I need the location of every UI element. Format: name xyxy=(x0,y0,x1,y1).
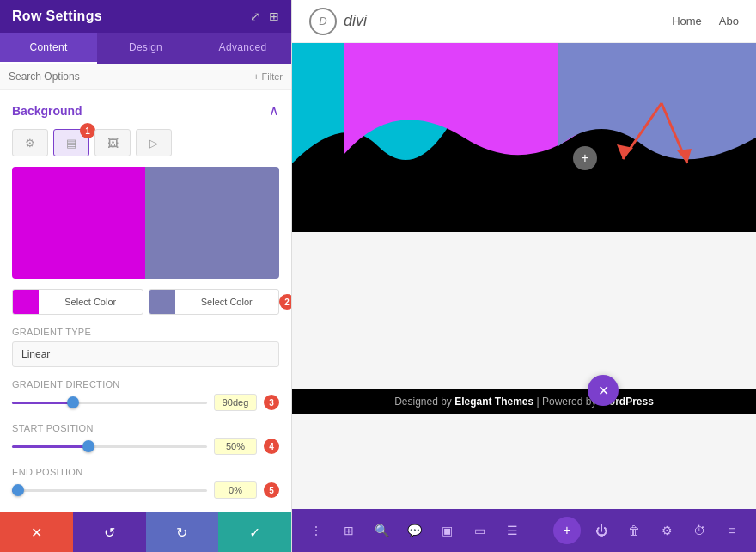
close-overlay-button[interactable]: ✕ xyxy=(588,375,619,406)
tab-content[interactable]: Content xyxy=(0,33,97,64)
footer-elegant: Elegant Themes xyxy=(454,396,533,408)
badge-5: 5 xyxy=(264,482,279,498)
color-selector-2[interactable]: Select Color xyxy=(149,289,280,315)
color-icon: ⚙ xyxy=(25,137,35,150)
color-label-1: Select Color xyxy=(39,297,143,307)
filter-button[interactable]: + Filter xyxy=(253,71,283,82)
toolbar-chat-icon[interactable]: 💬 xyxy=(399,515,430,546)
toolbar-timer-icon[interactable]: ⏱ xyxy=(684,515,715,546)
logo-letter: D xyxy=(319,15,326,28)
toolbar-grid-icon[interactable]: ⊞ xyxy=(333,515,364,546)
panel-content: Background ∧ ⚙ ▤ 1 🖼 ▷ Se xyxy=(0,90,291,512)
gradient-icon: ▤ xyxy=(66,137,76,150)
bg-type-color[interactable]: ⚙ xyxy=(12,129,48,156)
search-bar: + Filter xyxy=(0,64,291,90)
bg-type-image[interactable]: 🖼 xyxy=(94,129,131,156)
footer-undo-button[interactable]: ↺ xyxy=(73,512,146,552)
nav-abo[interactable]: Abo xyxy=(719,15,739,28)
gradient-direction-slider-wrap xyxy=(12,402,207,404)
header-icons: ⤢ ⊞ xyxy=(250,9,279,23)
toolbar-menu-icon[interactable]: ⋮ xyxy=(301,515,332,546)
start-position-group: Start Position 50% 4 xyxy=(12,423,279,455)
gradient-direction-row: 90deg 3 xyxy=(12,394,279,411)
footer-redo-button[interactable]: ↻ xyxy=(146,512,219,552)
search-input[interactable] xyxy=(9,71,253,83)
end-position-label: End Position xyxy=(12,467,279,477)
toolbar-desktop-icon[interactable]: ▣ xyxy=(431,515,462,546)
grid-icon[interactable]: ⊞ xyxy=(269,9,279,23)
gradient-direction-fill xyxy=(12,402,70,404)
collapse-icon[interactable]: ∧ xyxy=(269,102,279,119)
start-position-slider-wrap xyxy=(12,445,207,448)
image-icon: 🖼 xyxy=(107,137,119,150)
toolbar-trash-icon[interactable]: 🗑 xyxy=(619,515,649,546)
footer-save-button[interactable]: ✓ xyxy=(218,512,291,552)
color-label-2: Select Color xyxy=(175,297,279,307)
toolbar-tablet-icon[interactable]: ▭ xyxy=(464,515,495,546)
start-position-thumb[interactable] xyxy=(82,440,94,452)
color-selector-1[interactable]: Select Color xyxy=(12,289,143,315)
gradient-preview xyxy=(12,167,279,279)
start-position-label: Start Position xyxy=(12,423,279,433)
gradient-direction-thumb[interactable] xyxy=(67,396,79,408)
panel-header: Row Settings ⤢ ⊞ xyxy=(0,0,291,33)
toolbar-settings-icon[interactable]: ⚙ xyxy=(651,515,682,546)
badge-2: 2 xyxy=(279,294,291,310)
left-panel: Row Settings ⤢ ⊞ Content Design Advanced… xyxy=(0,0,292,552)
start-position-row: 50% 4 xyxy=(12,438,279,455)
gradient-type-select[interactable]: Linear Radial xyxy=(12,341,279,367)
end-position-value: 0% xyxy=(214,481,257,499)
start-position-fill xyxy=(12,445,86,448)
section-header: Background ∧ xyxy=(12,102,279,119)
footer-text: Designed by xyxy=(394,396,454,408)
divi-logo: D divi xyxy=(309,8,367,35)
end-position-track xyxy=(12,489,207,492)
toolbar-more-icon[interactable]: ≡ xyxy=(716,515,747,546)
end-position-group: End Position 0% 5 xyxy=(12,467,279,499)
panel-footer: ✕ ↺ ↻ ✓ xyxy=(0,512,291,552)
tabs-row: Content Design Advanced xyxy=(0,33,291,64)
panel-title: Row Settings xyxy=(12,9,102,24)
site-footer: Designed by Elegant Themes | Powered by … xyxy=(292,389,756,414)
bg-type-video[interactable]: ▷ xyxy=(136,129,172,156)
bg-type-gradient[interactable]: ▤ 1 xyxy=(53,129,89,156)
toolbar-phone-icon[interactable]: ☰ xyxy=(497,515,527,546)
gradient-direction-group: Gradient Direction 90deg 3 xyxy=(12,379,279,411)
nav-home[interactable]: Home xyxy=(672,15,702,28)
color-selectors-row: Select Color Select Color 2 xyxy=(12,289,279,315)
plus-button[interactable]: + xyxy=(573,146,597,170)
gradient-direction-track xyxy=(12,402,207,404)
badge-1: 1 xyxy=(80,123,95,138)
badge-3: 3 xyxy=(264,395,279,410)
toolbar-add-button[interactable]: + xyxy=(553,517,581,544)
nav-links: Home Abo xyxy=(672,15,739,28)
section-title: Background xyxy=(12,104,82,118)
wave-bg xyxy=(292,43,756,232)
tab-design[interactable]: Design xyxy=(97,33,194,64)
toolbar-search-icon[interactable]: 🔍 xyxy=(366,515,397,546)
divi-text: divi xyxy=(344,12,367,30)
canvas-area: + Designed by Elegant Themes | Powered b… xyxy=(292,43,756,552)
end-position-thumb[interactable] xyxy=(12,484,24,496)
end-position-slider-wrap xyxy=(12,489,207,492)
badge-4: 4 xyxy=(264,439,279,454)
color-swatch-1 xyxy=(13,289,39,315)
start-position-value: 50% xyxy=(214,438,257,455)
toolbar-power-icon[interactable]: ⏻ xyxy=(586,515,617,546)
bg-type-row: ⚙ ▤ 1 🖼 ▷ xyxy=(12,129,279,156)
gradient-direction-value: 90deg xyxy=(214,394,257,411)
gradient-type-group: Gradient Type Linear Radial xyxy=(12,327,279,367)
footer-close-button[interactable]: ✕ xyxy=(0,512,73,552)
gradient-type-label: Gradient Type xyxy=(12,327,279,337)
divi-circle: D xyxy=(309,8,337,35)
bottom-toolbar: ⋮ ⊞ 🔍 💬 ▣ ▭ ☰ + ⏻ 🗑 ⚙ ⏱ ≡ xyxy=(292,509,756,552)
color-swatch-2 xyxy=(149,289,175,315)
gradient-direction-label: Gradient Direction xyxy=(12,379,279,389)
video-icon: ▷ xyxy=(149,137,158,150)
tab-advanced[interactable]: Advanced xyxy=(194,33,291,64)
top-nav: D divi Home Abo xyxy=(292,0,756,43)
right-panel: D divi Home Abo xyxy=(292,0,756,552)
end-position-row: 0% 5 xyxy=(12,481,279,499)
fullscreen-icon[interactable]: ⤢ xyxy=(250,9,260,23)
start-position-track xyxy=(12,445,207,448)
